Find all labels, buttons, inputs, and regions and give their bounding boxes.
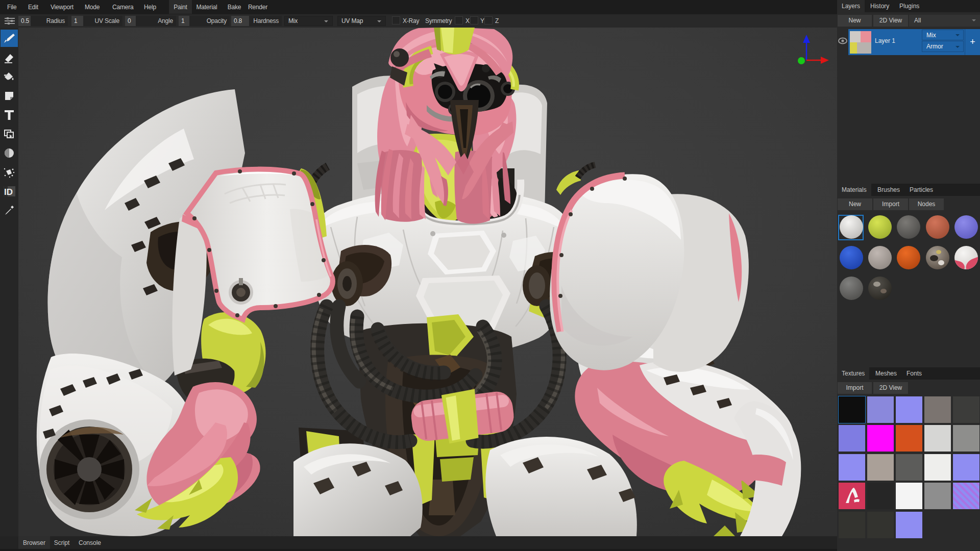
- svg-text:ID: ID: [4, 187, 13, 197]
